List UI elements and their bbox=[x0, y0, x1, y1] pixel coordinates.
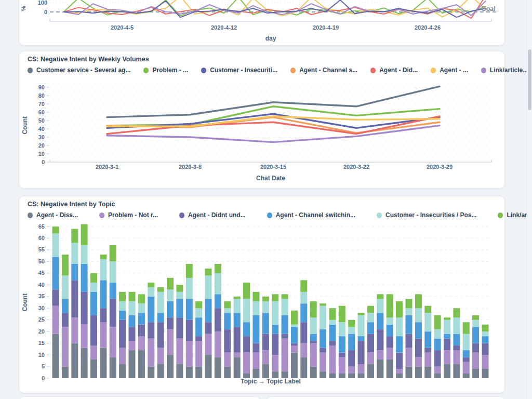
bar-stack-4[interactable] bbox=[90, 273, 97, 378]
legend-dot-icon bbox=[431, 68, 436, 73]
tick-label: 30 bbox=[38, 134, 45, 140]
tick-label: 0 bbox=[44, 9, 47, 15]
tick-label: 60 bbox=[38, 109, 45, 115]
tick-label: 10 bbox=[38, 352, 45, 358]
legend-topic: Agent - Diss...Problem - Not r...Agent -… bbox=[28, 211, 532, 219]
bar-stack-22[interactable] bbox=[262, 297, 269, 378]
bar-stack-32[interactable] bbox=[358, 313, 365, 378]
bar-stack-40[interactable] bbox=[434, 315, 441, 378]
bar-stack-12[interactable] bbox=[167, 278, 174, 378]
bar-stack-33[interactable] bbox=[367, 306, 374, 378]
scrollbar-thumb[interactable] bbox=[528, 49, 531, 110]
tick-label: 35 bbox=[38, 293, 45, 299]
bar-stack-2[interactable] bbox=[71, 229, 78, 379]
legend-label: Agent - Diss... bbox=[36, 211, 78, 219]
bar-stack-10[interactable] bbox=[148, 283, 154, 378]
bar-stack-18[interactable] bbox=[224, 301, 231, 378]
bar-stack-8[interactable] bbox=[129, 292, 136, 378]
tick-label: 60 bbox=[38, 235, 45, 241]
legend-item-1[interactable]: Problem - ... bbox=[143, 66, 188, 74]
tick-label: 80 bbox=[38, 92, 45, 99]
tick-label: 2020-3-15 bbox=[260, 164, 286, 170]
bar-stack-34[interactable] bbox=[377, 294, 383, 378]
bar-stack-19[interactable] bbox=[234, 297, 241, 378]
bar-stack-35[interactable] bbox=[387, 294, 393, 378]
legend-label: Agent - Channel switchin... bbox=[276, 211, 355, 219]
card-daily-trend: 1000%2020-4-52020-4-122020-4-192020-4-26… bbox=[19, 0, 505, 46]
bar-stack-41[interactable] bbox=[444, 317, 450, 378]
legend-label: Agent - ... bbox=[440, 66, 468, 74]
bar-stack-14[interactable] bbox=[186, 264, 193, 378]
bar-stack-17[interactable] bbox=[215, 264, 221, 378]
legend-item-3[interactable]: Agent - Channel s... bbox=[290, 66, 357, 74]
legend-item-0[interactable]: Customer service - Several ag... bbox=[28, 66, 130, 74]
chart-weekly-volumes[interactable]: 01020304050607080902020-3-12020-3-82020-… bbox=[19, 77, 506, 189]
bar-stack-24[interactable] bbox=[282, 294, 288, 378]
bar-stack-7[interactable] bbox=[119, 292, 126, 378]
bar-stack-31[interactable] bbox=[348, 320, 355, 378]
legend-dot-icon bbox=[481, 68, 486, 73]
legend-item-0[interactable]: Agent - Diss... bbox=[28, 211, 78, 219]
tick-label: 45 bbox=[38, 270, 45, 276]
legend-item-6[interactable]: Link/article... bbox=[481, 66, 528, 74]
bar-stack-27[interactable] bbox=[310, 301, 317, 378]
legend-label: Agent - Did... bbox=[379, 66, 418, 74]
bar-stack-16[interactable] bbox=[205, 269, 212, 378]
legend-item-4[interactable]: Agent - Did... bbox=[370, 66, 418, 74]
bar-stack-1[interactable] bbox=[62, 255, 69, 378]
bar-stack-26[interactable] bbox=[300, 280, 307, 378]
bar-stack-30[interactable] bbox=[339, 306, 345, 378]
bar-stack-11[interactable] bbox=[157, 287, 164, 378]
bar-stack-36[interactable] bbox=[396, 301, 403, 378]
bar-stack-45[interactable] bbox=[482, 325, 489, 378]
legend-dot-icon bbox=[290, 68, 296, 73]
bar-stack-25[interactable] bbox=[291, 311, 298, 378]
tick-label: 55 bbox=[38, 246, 45, 252]
legend-dot-icon bbox=[28, 212, 33, 218]
tick-label: 30 bbox=[38, 305, 45, 311]
legend-dot-icon bbox=[201, 68, 206, 73]
tick-label: 2020-4-5 bbox=[111, 24, 134, 31]
bar-stack-6[interactable] bbox=[110, 245, 116, 378]
axis-title-label: Chat Date bbox=[256, 175, 285, 182]
bar-stack-0[interactable] bbox=[52, 227, 59, 378]
bar-stack-5[interactable] bbox=[100, 255, 107, 378]
tick-label: 10 bbox=[38, 151, 45, 157]
chart-title-topic: CS: Negative Intent by Topic bbox=[28, 201, 115, 208]
bar-stack-9[interactable] bbox=[138, 294, 145, 378]
tick-label: 15 bbox=[38, 340, 45, 346]
tick-label: 65 bbox=[38, 223, 45, 230]
chart-daily-trend[interactable]: 1000%2020-4-52020-4-122020-4-192020-4-26… bbox=[19, 0, 506, 46]
bar-stack-37[interactable] bbox=[406, 299, 413, 378]
legend-item-4[interactable]: Customer - Insecurities / Pos... bbox=[377, 211, 476, 219]
bar-stack-23[interactable] bbox=[272, 294, 278, 378]
bar-stack-44[interactable] bbox=[472, 315, 479, 378]
bar-stack-21[interactable] bbox=[252, 292, 259, 378]
legend-dot-icon bbox=[498, 212, 503, 218]
legend-label: Problem - Not r... bbox=[108, 211, 158, 219]
tick-label: 50 bbox=[38, 117, 45, 124]
bar-stack-29[interactable] bbox=[329, 308, 336, 378]
legend-dot-icon bbox=[370, 68, 376, 73]
bar-stack-38[interactable] bbox=[415, 294, 422, 378]
bar-stack-43[interactable] bbox=[463, 322, 470, 378]
bar-stack-3[interactable] bbox=[81, 224, 88, 379]
bar-stack-20[interactable] bbox=[243, 283, 250, 378]
tick-label: 0 bbox=[42, 375, 45, 381]
legend-item-1[interactable]: Problem - Not r... bbox=[99, 211, 158, 219]
chart-topic-stacked-bars[interactable]: 05101520253035404550556065Topic → Topic … bbox=[19, 220, 506, 394]
bar-stack-15[interactable] bbox=[195, 301, 202, 378]
bar-stack-13[interactable] bbox=[176, 285, 183, 378]
tick-label: 2020-4-19 bbox=[313, 24, 339, 31]
bar-stack-42[interactable] bbox=[453, 308, 460, 378]
bar-stack-39[interactable] bbox=[424, 306, 431, 378]
legend-item-5[interactable]: Agent - ... bbox=[431, 66, 468, 74]
legend-dot-icon bbox=[377, 212, 382, 218]
tick-label: 2020-4-12 bbox=[211, 24, 237, 31]
legend-item-3[interactable]: Agent - Channel switchin... bbox=[267, 211, 355, 219]
scrollbar-track[interactable] bbox=[527, 0, 532, 399]
bar-stack-28[interactable] bbox=[320, 303, 326, 378]
axis-title-label: Count bbox=[21, 116, 29, 135]
legend-item-2[interactable]: Customer - Insecuriti... bbox=[201, 66, 277, 74]
legend-item-2[interactable]: Agent - Didnt und... bbox=[179, 211, 246, 219]
